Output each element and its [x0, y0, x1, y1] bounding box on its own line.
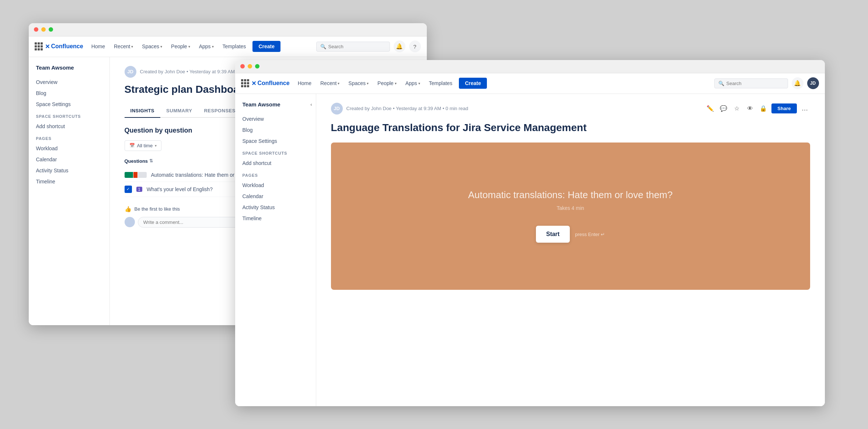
- survey-title-front: Automatic translations: Hate them or lov…: [468, 189, 673, 201]
- sidebar-workload-front[interactable]: Workload: [235, 180, 316, 191]
- nav-templates-front[interactable]: Templates: [425, 78, 456, 88]
- survey-card-front: Automatic translations: Hate them or lov…: [331, 143, 810, 290]
- nav-recent-back[interactable]: Recent ▾: [110, 41, 137, 52]
- grid-icon: [35, 42, 43, 50]
- more-button-front[interactable]: …: [800, 103, 810, 114]
- sidebar-activity-back[interactable]: Activity Status: [29, 165, 109, 176]
- nav-home-back[interactable]: Home: [88, 41, 109, 52]
- bell-icon-back[interactable]: 🔔: [394, 41, 405, 52]
- survey-subtitle-front: Takes 4 min: [557, 205, 584, 211]
- nav-apps-front[interactable]: Apps ▾: [402, 78, 424, 88]
- nav-people-front[interactable]: People ▾: [374, 78, 400, 88]
- nav-apps-back[interactable]: Apps ▾: [195, 41, 217, 52]
- check-badge-back: ✓: [125, 186, 132, 193]
- tab-summary-back[interactable]: SUMMARY: [160, 104, 198, 117]
- tab-insights-back[interactable]: INSIGHTS: [125, 104, 161, 118]
- create-button-front[interactable]: Create: [459, 78, 487, 89]
- minimize-dot-front[interactable]: [248, 64, 252, 68]
- sidebar-front: Team Awsome ‹ Overview Blog Space Settin…: [235, 94, 316, 406]
- window-chrome-back: [29, 23, 427, 36]
- search-box-back[interactable]: 🔍: [316, 42, 390, 52]
- logo-back: ✕ Confluence: [35, 42, 83, 50]
- navbar-right-front: 🔍 🔔 JD: [714, 77, 819, 89]
- page-meta-text-front: Created by John Doe • Yesterday at 9:39 …: [346, 106, 468, 111]
- close-dot-front[interactable]: [240, 64, 245, 68]
- search-icon-back: 🔍: [320, 44, 326, 49]
- nav-recent-front[interactable]: Recent ▾: [317, 78, 343, 88]
- nav-people-back[interactable]: People ▾: [167, 41, 194, 52]
- space-title-back: Team Awsome: [29, 64, 109, 77]
- filter-alltime-back[interactable]: 📅 All time ▾: [125, 140, 162, 151]
- pages-label-front: PAGES: [235, 169, 316, 180]
- search-icon-front: 🔍: [718, 81, 724, 86]
- progress-bar-back: [125, 172, 147, 178]
- close-dot[interactable]: [34, 27, 38, 32]
- sidebar-activity-front[interactable]: Activity Status: [235, 202, 316, 213]
- like-text-back: Be the first to like this: [135, 206, 180, 212]
- nav-spaces-back[interactable]: Spaces ▾: [138, 41, 166, 52]
- sidebar-timeline-front[interactable]: Timeline: [235, 213, 316, 224]
- grid-icon-front: [241, 79, 249, 87]
- share-button-front[interactable]: Share: [771, 103, 796, 113]
- pages-label-back: PAGES: [29, 132, 109, 143]
- sidebar-blog-back[interactable]: Blog: [29, 88, 109, 99]
- edit-icon-front[interactable]: ✏️: [705, 103, 715, 114]
- navbar-right-back: 🔍 🔔 ?: [316, 41, 421, 52]
- confluence-brand-front: ✕ Confluence: [251, 80, 290, 87]
- search-input-front[interactable]: [726, 81, 784, 86]
- like-icon-back[interactable]: 👍: [125, 206, 132, 212]
- logo-front: ✕ Confluence: [241, 79, 290, 87]
- start-button-front[interactable]: Start: [536, 226, 570, 243]
- search-box-front[interactable]: 🔍: [714, 78, 788, 88]
- page-meta-front: JD Created by John Doe • Yesterday at 9:…: [331, 103, 468, 115]
- nav-spaces-front[interactable]: Spaces ▾: [345, 78, 372, 88]
- search-input-back[interactable]: [328, 44, 386, 49]
- expand-dot[interactable]: [49, 27, 53, 32]
- sidebar-back: Team Awsome Overview Blog Space Settings…: [29, 57, 110, 325]
- sidebar-blog-front[interactable]: Blog: [235, 124, 316, 136]
- page-title-front: Language Translations for Jira Service M…: [331, 122, 810, 134]
- author-avatar-front: JD: [331, 103, 343, 115]
- confluence-brand: ✕ Confluence: [45, 43, 83, 50]
- nav-home-front[interactable]: Home: [294, 78, 315, 88]
- help-icon-back[interactable]: ?: [409, 41, 421, 52]
- sidebar-timeline-back[interactable]: Timeline: [29, 176, 109, 187]
- shortcuts-label-back: SPACE SHORTCUTS: [29, 110, 109, 121]
- bell-icon-front[interactable]: 🔔: [792, 77, 803, 89]
- add-shortcut-back[interactable]: Add shortcut: [29, 121, 109, 132]
- sidebar-spacesettings-front[interactable]: Space Settings: [235, 136, 316, 147]
- minimize-dot[interactable]: [41, 27, 46, 32]
- window-chrome-front: [235, 60, 825, 73]
- sidebar-collapse-front[interactable]: ‹: [310, 102, 312, 113]
- press-enter-front: press Enter ↵: [575, 232, 605, 237]
- sidebar-calendar-front[interactable]: Calendar: [235, 191, 316, 202]
- window-front: ✕ Confluence Home Recent ▾ Spaces ▾ Peop…: [235, 60, 825, 406]
- author-avatar-back: JD: [125, 66, 136, 78]
- shortcuts-label-front: SPACE SHORTCUTS: [235, 147, 316, 158]
- sidebar-workload-back[interactable]: Workload: [29, 143, 109, 154]
- start-btn-wrap-front: Start press Enter ↵: [536, 226, 605, 243]
- content-area-front: Team Awsome ‹ Overview Blog Space Settin…: [235, 94, 825, 406]
- comment-avatar-back: [125, 217, 135, 227]
- user-avatar-front[interactable]: JD: [807, 77, 819, 89]
- space-title-front: Team Awsome: [235, 101, 288, 113]
- sidebar-calendar-back[interactable]: Calendar: [29, 154, 109, 165]
- create-button-back[interactable]: Create: [252, 41, 280, 52]
- sidebar-overview-front[interactable]: Overview: [235, 113, 316, 124]
- comment-icon-front[interactable]: 💬: [718, 103, 729, 114]
- sidebar-spacesettings-back[interactable]: Space Settings: [29, 99, 109, 110]
- main-content-front: JD Created by John Doe • Yesterday at 9:…: [316, 94, 825, 406]
- star-icon-front[interactable]: ☆: [732, 103, 742, 114]
- navbar-front: ✕ Confluence Home Recent ▾ Spaces ▾ Peop…: [235, 73, 825, 94]
- nav-templates-back[interactable]: Templates: [219, 41, 250, 52]
- expand-dot-front[interactable]: [255, 64, 259, 68]
- add-shortcut-front[interactable]: Add shortcut: [235, 158, 316, 169]
- sidebar-overview-back[interactable]: Overview: [29, 77, 109, 88]
- restrict-icon-front[interactable]: 🔒: [758, 103, 768, 114]
- watch-icon-front[interactable]: 👁: [745, 103, 755, 114]
- toolbar-right-front: ✏️ 💬 ☆ 👁 🔒 Share …: [705, 103, 810, 114]
- navbar-back: ✕ Confluence Home Recent ▾ Spaces ▾ Peop…: [29, 36, 427, 57]
- page-toolbar-front: JD Created by John Doe • Yesterday at 9:…: [331, 103, 810, 115]
